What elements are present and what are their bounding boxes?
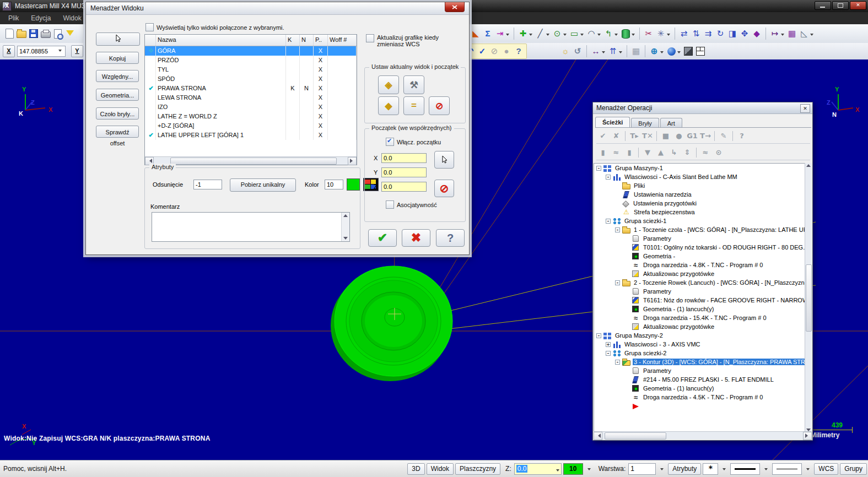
point-style-selector[interactable]: *: [703, 463, 718, 475]
lock-icon[interactable]: ▮: [596, 146, 610, 159]
tree-item[interactable]: ≈Droga narzedzia - 15.4K - T.NC - Progra…: [594, 313, 805, 322]
xform-scale-icon[interactable]: ◨: [726, 28, 738, 40]
tree-item[interactable]: Parametry: [594, 287, 805, 296]
dialog-button-1[interactable]: Kopiuj: [96, 52, 139, 64]
regen-selected-icon[interactable]: T▸: [628, 129, 641, 143]
ok-button[interactable]: ✔: [368, 229, 397, 247]
tree-item[interactable]: Geometria -: [594, 252, 805, 261]
xform-dynamic-icon[interactable]: ◆: [751, 28, 763, 40]
export-nc-icon-caret[interactable]: [506, 34, 509, 37]
column-header-k[interactable]: K: [286, 35, 300, 46]
column-header-woff[interactable]: Woff #: [328, 35, 357, 46]
quick-help-icon[interactable]: ?: [513, 45, 525, 57]
origin-z-field[interactable]: 0.0: [381, 182, 427, 192]
groups-button[interactable]: Grupy: [840, 463, 867, 475]
line-style-selector[interactable]: [772, 463, 802, 475]
color-number-field[interactable]: 10: [325, 180, 343, 189]
dialog-button-3[interactable]: Geometria...: [96, 89, 139, 101]
tab-cieki[interactable]: Ścieżki: [595, 117, 630, 128]
print-icon[interactable]: [40, 28, 52, 40]
origin-x-field[interactable]: 0.0: [381, 153, 427, 163]
create-solid-icon[interactable]: [619, 28, 632, 40]
grid-icon[interactable]: ▦: [786, 28, 798, 40]
tree-item[interactable]: Geometria - (1) lancuch(y): [594, 305, 805, 313]
minimize-button[interactable]: [815, 1, 831, 10]
blank-hide-icon[interactable]: ☼: [559, 45, 572, 57]
checkbox-icon[interactable]: [386, 200, 394, 209]
xform-translate-icon[interactable]: ⇄: [678, 28, 690, 40]
scroll-thumb[interactable]: [806, 264, 812, 332]
curve-icon[interactable]: ✳: [655, 28, 667, 40]
measure-icon-caret[interactable]: [781, 34, 784, 37]
show-linked-views-checkbox[interactable]: Wyświetlaj tylko widoki połączone z wybr…: [145, 23, 284, 31]
x-coordinate-button[interactable]: X: [3, 45, 15, 57]
line-width-caret-button[interactable]: [762, 463, 770, 475]
tree-item[interactable]: -Grupa Maszyny-1: [594, 164, 805, 172]
filter-icon[interactable]: [64, 28, 76, 40]
table-row[interactable]: LATHE Z = WORLD ZX: [145, 112, 357, 121]
tab-art[interactable]: Art: [660, 118, 682, 128]
tree-item[interactable]: ⚠Strefa bezpieczenstwa: [594, 208, 805, 216]
tree-item[interactable]: #214 - M5.00 FREZ PLASKI - 5. FLAT ENDMI…: [594, 375, 805, 384]
collapse-minus-icon[interactable]: -: [615, 360, 620, 365]
create-fillet-icon-caret[interactable]: [597, 34, 601, 37]
views-table-header[interactable]: NazwaKNP..Woff #: [145, 35, 357, 46]
shaded-icon-caret[interactable]: [677, 51, 681, 55]
column-header-n[interactable]: N: [300, 35, 314, 46]
get-unique-button[interactable]: Pobierz unikalny: [230, 178, 296, 192]
select-view-button[interactable]: [96, 32, 140, 46]
collapse-minus-icon[interactable]: -: [615, 280, 620, 285]
tree-item[interactable]: -Grupa sciezki-2: [594, 349, 805, 357]
tree-item[interactable]: -Grupa sciezki-1: [594, 216, 805, 225]
expand-plus-icon[interactable]: +: [606, 342, 611, 347]
tree-item[interactable]: T6161: Nóz do rowków - FACE GROOVE RIGHT…: [594, 296, 805, 305]
save-icon[interactable]: [28, 28, 40, 40]
xform-offset-icon[interactable]: ⇅: [690, 28, 702, 40]
repaint-icon[interactable]: ↺: [572, 45, 584, 57]
collapse-minus-icon[interactable]: -: [596, 333, 601, 338]
tree-item[interactable]: Parametry: [594, 366, 805, 375]
create-arc-icon-caret[interactable]: [563, 34, 567, 37]
tree-item[interactable]: Ustawienia przygotówki: [594, 199, 805, 208]
scroll-up-icon[interactable]: [343, 212, 348, 217]
tree-item[interactable]: Geometria - (1) lancuch(y): [594, 384, 805, 393]
create-line-icon-caret[interactable]: [546, 34, 549, 37]
dialog-title-bar[interactable]: Menadżer Widoku: [86, 2, 469, 15]
level-field[interactable]: 1: [628, 463, 656, 475]
level-caret-button[interactable]: [657, 463, 666, 475]
print-preview-icon[interactable]: [52, 28, 64, 40]
set-none-button[interactable]: ⊘: [429, 96, 450, 115]
selection-grid-icon[interactable]: ▦: [630, 45, 642, 57]
collapse-minus-icon[interactable]: -: [596, 166, 601, 171]
table-row[interactable]: LEWA STRONAX: [145, 93, 357, 102]
insert-arrow-icon[interactable]: ↳: [667, 146, 681, 159]
table-row[interactable]: SPÓDX: [145, 74, 357, 84]
shaded-icon[interactable]: [665, 45, 677, 57]
tree-item[interactable]: -Grupa Maszyny-2: [594, 331, 805, 340]
line-style-caret-button[interactable]: [804, 463, 812, 475]
analyze-icon[interactable]: ◣: [470, 28, 482, 40]
offset-field[interactable]: -1: [193, 180, 222, 189]
ruler-icon[interactable]: ◺: [798, 28, 810, 40]
dialog-close-button[interactable]: [445, 2, 465, 12]
select-last-icon[interactable]: ●: [500, 45, 513, 57]
create-solid-icon-caret[interactable]: [632, 34, 635, 37]
z-depth-field[interactable]: 0.0: [514, 463, 562, 475]
xform-move-icon[interactable]: ✥: [738, 28, 751, 40]
table-row[interactable]: PRZÓDX: [145, 56, 357, 65]
regen-dirty-icon[interactable]: T✕: [641, 129, 654, 143]
tree-item[interactable]: T0101: Ogólny nóz tokarski - OD ROUGH RI…: [594, 243, 805, 252]
zoom-window-icon-caret[interactable]: [619, 51, 622, 55]
create-polyline-icon[interactable]: ↰: [602, 28, 614, 40]
enable-origin-checkbox[interactable]: Włącz. początku: [386, 138, 441, 146]
table-row[interactable]: ✔PRAWA STRONAKNX: [145, 84, 357, 93]
tree-item[interactable]: Pliki: [594, 181, 805, 190]
scroll-ops-icon[interactable]: ⇕: [681, 146, 694, 159]
edit-icon[interactable]: ✎: [717, 129, 730, 143]
scroll-thumb[interactable]: [170, 158, 337, 165]
ops-vscrollbar[interactable]: [805, 163, 812, 432]
checkbox-icon[interactable]: [145, 23, 154, 31]
verify-icon[interactable]: ●: [672, 129, 686, 143]
move-down-icon[interactable]: ▼: [641, 146, 654, 159]
fit-screen-icon[interactable]: ↔: [590, 45, 602, 57]
